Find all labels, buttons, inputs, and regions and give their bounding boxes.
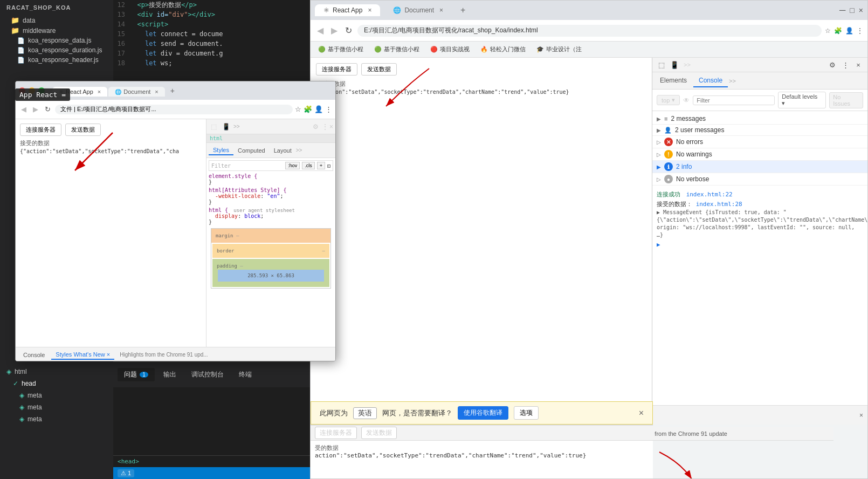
editor-line-13: 13 <div id="div"></div>	[113, 10, 310, 19]
bookmark-star[interactable]: ☆	[825, 27, 831, 35]
new-tab-btn-front[interactable]: +	[166, 85, 179, 97]
send-data-btn-bottom[interactable]: 发送数据	[361, 427, 397, 439]
device-toolbar-icon[interactable]: 📱	[669, 59, 680, 71]
connect-server-btn-bottom[interactable]: 连接服务器	[315, 427, 357, 439]
log-received-link[interactable]: index.html:28	[696, 201, 742, 208]
use-google-translate-btn[interactable]: 使用谷歌翻译	[458, 406, 508, 420]
sidebar-item-koa-response-header[interactable]: 📄 koa_response_header.js	[0, 55, 113, 65]
close-translate-bar-icon[interactable]: ×	[639, 408, 644, 418]
bookmark-4[interactable]: 🔥 轻松入门微信	[477, 44, 529, 54]
box-model-front: margin – border – padding – 285.593 × 65…	[211, 228, 331, 289]
close-devtools-front-icon[interactable]: ×	[329, 123, 333, 131]
console-group-warnings[interactable]: ▷ ! No warnings	[652, 148, 867, 161]
bookmark-1[interactable]: 🟢 基于微信小程	[315, 44, 367, 54]
front-bottom-tab-whats-new[interactable]: Styles What's New ×	[51, 350, 114, 360]
console-group-user-messages[interactable]: ▶ 👤 2 user messages	[652, 125, 867, 136]
settings-icon-front[interactable]: ⚙	[311, 122, 321, 132]
more-panels-front: >>	[233, 124, 240, 129]
tab-close-react-front[interactable]: ×	[98, 88, 101, 95]
inspect-icon-front[interactable]: ⬚	[209, 122, 219, 132]
eye-icon[interactable]: 👁	[683, 97, 690, 104]
tab-output[interactable]: 输出	[157, 368, 183, 381]
tab-terminal[interactable]: 终端	[232, 368, 258, 381]
sidebar-item-meta1[interactable]: ◈ meta	[0, 389, 113, 401]
inspect-element-icon[interactable]: ⬚	[656, 59, 667, 71]
more-icon-front[interactable]: ⋮	[325, 105, 332, 113]
back-btn-front[interactable]: ◀	[19, 104, 29, 114]
extension-icon-front[interactable]: 🧩	[304, 105, 312, 113]
forward-btn-front[interactable]: ▶	[31, 104, 40, 114]
connect-btn-front[interactable]: 连接服务器	[20, 124, 61, 136]
console-group-errors[interactable]: ▷ ✕ No errors	[652, 136, 867, 148]
devtools-tab-elements[interactable]: Elements	[655, 74, 692, 87]
browser-tab-doc-front[interactable]: 🌐 Document ×	[108, 87, 165, 97]
profile-icon-front[interactable]: 👤	[314, 105, 323, 113]
sidebar-item-data[interactable]: 📁 data	[0, 15, 113, 25]
more-options-icon[interactable]: ⋮	[857, 27, 863, 35]
bookmark-star-front[interactable]: ☆	[295, 105, 301, 113]
cls-button[interactable]: .cls	[302, 162, 315, 169]
send-btn-front[interactable]: 发送数据	[65, 124, 101, 136]
extension-icon[interactable]: 🧩	[834, 27, 842, 35]
reload-btn-front[interactable]: ↻	[43, 104, 53, 114]
back-btn[interactable]: ◀	[315, 24, 326, 37]
css-rule-html-attr: html[Attributes Style] { -webkit-locale:…	[209, 187, 333, 205]
expand-styles-icon[interactable]: ⊡	[327, 163, 330, 169]
browser-tab-react-app[interactable]: ⚛ React App ×	[315, 4, 380, 16]
log-received-line: 接受的数据： index.html:28	[657, 200, 863, 209]
address-input-front[interactable]	[55, 105, 293, 114]
tab-layout-front[interactable]: Layout	[270, 146, 296, 155]
bookmark-3[interactable]: 🔴 项目实战视	[427, 44, 473, 54]
close-front-whats-new-icon[interactable]: ×	[107, 351, 110, 358]
send-data-btn-back[interactable]: 发送数据	[361, 63, 397, 76]
log-success-link[interactable]: index.html:22	[686, 191, 733, 198]
add-style-btn[interactable]: +	[317, 162, 325, 169]
expand-arrow-more[interactable]: ▶	[657, 240, 863, 250]
tab-computed-front[interactable]: Computed	[233, 146, 270, 155]
box-border: border –	[212, 244, 329, 258]
tab-close-doc[interactable]: ×	[439, 6, 443, 14]
address-input-back[interactable]	[357, 25, 822, 37]
tab-styles-front[interactable]: Styles	[209, 146, 233, 155]
close-bottom-panel-icon[interactable]: ×	[859, 412, 863, 419]
console-group-info[interactable]: ▶ ℹ 2 info	[652, 161, 867, 173]
tab-close-react[interactable]: ×	[368, 6, 371, 14]
more-options-devtools-icon[interactable]: ⋮	[839, 59, 851, 71]
front-bottom-tab-console[interactable]: Console	[19, 351, 49, 359]
connect-server-btn-back[interactable]: 连接服务器	[316, 63, 357, 76]
sidebar-item-koa-response-duration[interactable]: 📄 koa_response_duration.js	[0, 45, 113, 55]
profile-icon[interactable]: 👤	[845, 27, 853, 35]
more-icon-front-dt[interactable]: ⋮	[322, 123, 328, 131]
sidebar-item-html[interactable]: ◈ html	[0, 366, 113, 378]
devtools-panel-front: ⬚ 📱 >> ⚙ ⋮ × html Styles Computed Layout…	[206, 119, 335, 347]
default-levels-selector[interactable]: Default levels ▾	[778, 92, 826, 108]
minimize-btn[interactable]: ─	[839, 5, 845, 15]
sidebar-item-head[interactable]: ✓ head	[0, 378, 113, 389]
sidebar-item-meta3[interactable]: ◈ meta	[0, 413, 113, 425]
tab-close-doc-front[interactable]: ×	[155, 88, 158, 95]
bookmark-2[interactable]: 🟢 基于微信小程	[371, 44, 423, 54]
restore-btn[interactable]: □	[850, 6, 854, 15]
close-devtools-icon[interactable]: ×	[852, 59, 864, 71]
top-selector[interactable]: top ▾	[657, 95, 680, 105]
console-group-messages[interactable]: ▶ ≡ 2 messages	[652, 113, 867, 125]
tab-new-button[interactable]: +	[456, 4, 470, 17]
close-window-btn[interactable]: ×	[859, 6, 863, 15]
devtools-more-btn[interactable]: >>	[729, 78, 736, 84]
sidebar-item-middleware[interactable]: 📁 middleware	[0, 25, 113, 36]
sidebar-item-koa-response-data[interactable]: 📄 koa_response_data.js	[0, 36, 113, 45]
tab-debug-console[interactable]: 调试控制台	[185, 368, 230, 381]
devtools-tab-console[interactable]: Console	[693, 74, 728, 87]
reload-btn[interactable]: ↻	[343, 24, 354, 37]
browser-tab-document[interactable]: 🌐 Document ×	[384, 4, 452, 16]
console-group-verbose[interactable]: ▷ ● No verbose	[652, 173, 867, 186]
device-icon-front[interactable]: 📱	[220, 122, 232, 132]
sidebar-item-meta2[interactable]: ◈ meta	[0, 401, 113, 413]
hov-button[interactable]: :hov	[285, 162, 300, 169]
console-filter-input[interactable]	[693, 95, 775, 105]
forward-btn[interactable]: ▶	[329, 24, 340, 37]
settings-icon[interactable]: ⚙	[826, 59, 838, 71]
translate-options-btn[interactable]: 选项	[514, 406, 539, 420]
tab-issues[interactable]: 问题 1	[118, 368, 155, 381]
bookmark-5[interactable]: 🎓 毕业设计（注	[533, 44, 585, 54]
